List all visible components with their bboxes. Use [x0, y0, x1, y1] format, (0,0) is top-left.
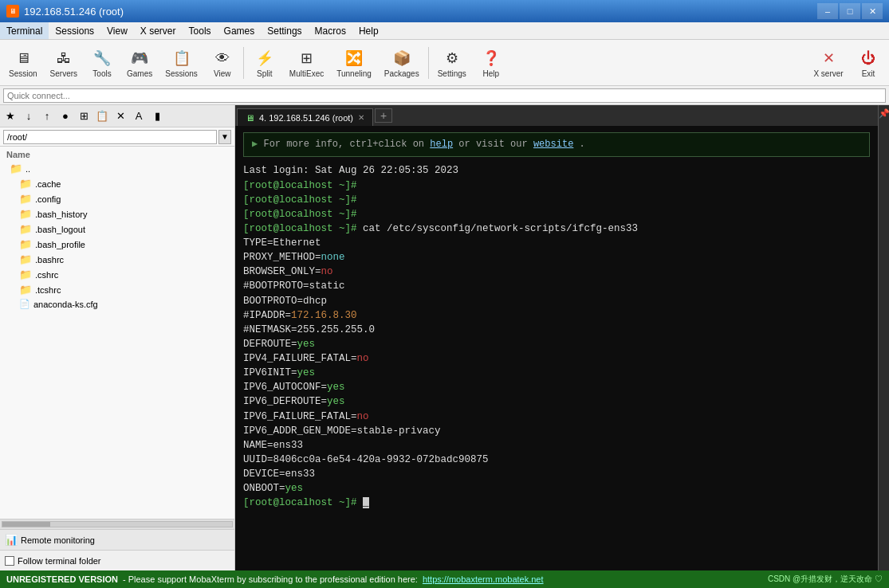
tree-item-label: .bash_logout [35, 225, 85, 234]
menu-macros[interactable]: Macros [309, 22, 352, 39]
split-icon: ⚡ [254, 47, 276, 69]
path-dropdown-btn[interactable]: ▼ [218, 130, 231, 144]
menu-games[interactable]: Games [218, 22, 262, 39]
follow-terminal-checkbox[interactable] [5, 556, 14, 566]
output-ipv6init-key: IPV6INIT= [243, 367, 297, 378]
sidebar-copy-btn[interactable]: 📋 [93, 108, 111, 125]
tree-item-bash-profile[interactable]: 📁 .bash_profile [0, 237, 234, 252]
cursor: _ [363, 497, 369, 508]
quick-connect-input[interactable] [3, 88, 886, 103]
output-proxy-val: none [321, 252, 345, 263]
terminal-line-onboot: ONBOOT=yes [243, 481, 870, 496]
close-button[interactable]: ✕ [862, 3, 883, 19]
sidebar-bottom: 📊 Remote monitoring Follow terminal fold… [0, 519, 234, 570]
output-uuid: UUID=8406cc0a-6e54-420a-9932-072badc9087… [243, 454, 489, 465]
sidebar-up-btn[interactable]: ↑ [38, 108, 56, 125]
output-device: DEVICE=ens33 [243, 468, 315, 480]
menu-tools[interactable]: Tools [183, 22, 218, 39]
menu-terminal[interactable]: Terminal [0, 22, 49, 39]
remote-monitoring-label: Remote monitoring [21, 535, 95, 545]
toolbar-split[interactable]: ⚡ Split [247, 42, 282, 84]
path-input[interactable] [3, 130, 217, 144]
tree-item-anaconda[interactable]: 📄 anaconda-ks.cfg [0, 297, 234, 311]
folder-icon: 📁 [10, 163, 22, 174]
follow-terminal-label: Follow terminal folder [18, 556, 101, 566]
toolbar-session[interactable]: 🖥 Session [3, 42, 43, 84]
sidebar-more-btn[interactable]: ▮ [148, 108, 166, 125]
title-bar: 🖥 192.168.51.246 (root) – □ ✕ [0, 0, 889, 22]
status-link[interactable]: https://mobaxterm.mobatek.net [423, 574, 544, 584]
sidebar-refresh-btn[interactable]: ● [57, 108, 74, 125]
tree-item-bash-logout[interactable]: 📁 .bash_logout [0, 221, 234, 237]
tree-item-label: .bash_history [35, 210, 87, 219]
toolbar-packages[interactable]: 📦 Packages [379, 42, 425, 84]
sidebar-grid-btn[interactable]: ⊞ [75, 108, 92, 125]
terminal-line-ipv6fail: IPV6_FAILURE_FATAL=no [243, 410, 870, 424]
menu-view[interactable]: View [100, 22, 134, 39]
tree-item-tcshrc[interactable]: 📁 .tcshrc [0, 282, 234, 297]
window-controls: – □ ✕ [817, 3, 883, 19]
toolbar-view[interactable]: 👁 View [205, 42, 240, 84]
output-ipv4fail-val: no [357, 353, 369, 364]
toolbar-exit[interactable]: ⏻ Exit [851, 42, 886, 84]
tree-item-label: .cache [35, 179, 61, 189]
terminal-content[interactable]: ▶ For more info, ctrl+click on help or v… [235, 126, 878, 570]
minimize-button[interactable]: – [817, 3, 838, 19]
menu-xserver[interactable]: X server [134, 22, 183, 39]
output-defroute-key: DEFROUTE= [243, 339, 297, 350]
toolbar-xserver[interactable]: ✕ X server [808, 42, 849, 84]
horizontal-scrollbar[interactable] [0, 519, 234, 529]
toolbar-settings[interactable]: ⚙ Settings [432, 42, 472, 84]
output-browser-key: BROWSER_ONLY= [243, 266, 321, 277]
menu-sessions[interactable]: Sessions [49, 22, 100, 39]
pin-icon[interactable]: 📌 [879, 108, 890, 119]
servers-icon: 🖧 [53, 47, 75, 69]
folder-icon: 📁 [19, 284, 32, 296]
toolbar-help-label: Help [483, 69, 500, 78]
info-web-link[interactable]: website [533, 139, 573, 150]
tree-item-cshrc[interactable]: 📁 .cshrc [0, 267, 234, 282]
sidebar-down-btn[interactable]: ↓ [20, 108, 37, 125]
status-message: - Please support MobaXterm by subscribin… [123, 574, 418, 584]
menu-settings[interactable]: Settings [261, 22, 308, 39]
maximize-button[interactable]: □ [840, 3, 860, 19]
toolbar-servers-label: Servers [50, 69, 77, 78]
tree-item-parent[interactable]: 📁 .. [0, 161, 234, 176]
remote-monitoring-btn[interactable]: 📊 Remote monitoring [0, 529, 234, 550]
hscroll-track [2, 521, 233, 527]
quick-connect-bar [0, 86, 889, 105]
output-ipv6fail-key: IPV6_FAILURE_FATAL= [243, 411, 357, 422]
menu-help[interactable]: Help [352, 22, 385, 39]
tree-item-config[interactable]: 📁 .config [0, 191, 234, 206]
sessions-icon: 📋 [171, 47, 193, 69]
tab-label: 4. 192.168.51.246 (root) [259, 113, 353, 123]
terminal-line-2: [root@localhost ~]# [243, 193, 870, 207]
sidebar-delete-btn[interactable]: ✕ [112, 108, 129, 125]
terminal-line-ipv6autoconf: IPV6_AUTOCONF=yes [243, 380, 870, 394]
terminal-line-name: NAME=ens33 [243, 438, 870, 453]
active-tab[interactable]: 🖥 4. 192.168.51.246 (root) ✕ [237, 108, 373, 126]
sidebar-rename-btn[interactable]: A [130, 108, 148, 125]
tree-item-bashrc[interactable]: 📁 .bashrc [0, 252, 234, 267]
toolbar-settings-label: Settings [438, 69, 466, 78]
output-browser-val: no [321, 266, 333, 277]
toolbar-tunneling[interactable]: 🔀 Tunneling [331, 42, 377, 84]
toolbar-multiexec[interactable]: ⊞ MultiExec [284, 42, 329, 84]
tree-item-bash-history[interactable]: 📁 .bash_history [0, 206, 234, 221]
prompt-2: [root@localhost ~]# [243, 194, 357, 206]
sidebar-star-btn[interactable]: ★ [2, 108, 19, 125]
new-tab-btn[interactable]: + [375, 108, 392, 123]
toolbar-sessions[interactable]: 📋 Sessions [159, 42, 203, 84]
toolbar-servers[interactable]: 🖧 Servers [45, 42, 83, 84]
toolbar-tools[interactable]: 🔧 Tools [85, 42, 120, 84]
info-help-link[interactable]: help [430, 139, 453, 150]
output-ipaddr-val: 172.16.8.30 [291, 310, 357, 321]
tree-item-cache[interactable]: 📁 .cache [0, 176, 234, 191]
window-title: 192.168.51.246 (root) [24, 6, 124, 18]
toolbar-help[interactable]: ❓ Help [474, 42, 509, 84]
tab-close-btn[interactable]: ✕ [358, 113, 364, 122]
terminal-line-bootproto: BOOTPROTO=dhcp [243, 294, 870, 308]
toolbar-games[interactable]: 🎮 Games [121, 42, 158, 84]
output-ipv6autoconf-val: yes [327, 382, 345, 393]
output-defroute-val: yes [297, 339, 316, 350]
